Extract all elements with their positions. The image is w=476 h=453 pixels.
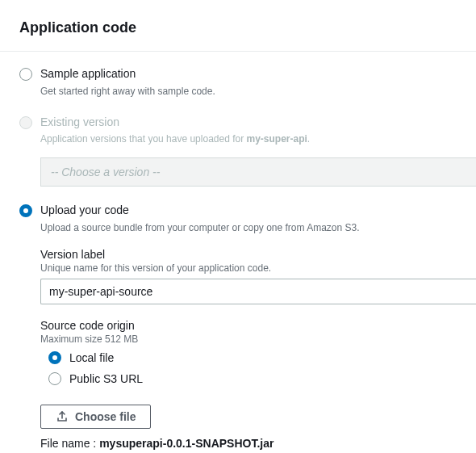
divider	[0, 51, 476, 52]
upload-label: Upload your code	[40, 203, 457, 219]
option-sample-application[interactable]: Sample application Get started right awa…	[19, 66, 457, 99]
choose-file-label: Choose file	[75, 410, 136, 423]
existing-desc: Application versions that you have uploa…	[40, 132, 457, 146]
section-title: Application code	[19, 19, 457, 36]
origin-desc: Maximum size 512 MB	[40, 333, 457, 345]
public-s3-label: Public S3 URL	[69, 372, 143, 385]
sample-desc: Get started right away with sample code.	[40, 84, 457, 99]
local-file-label: Local file	[69, 351, 114, 364]
version-label-desc: Unique name for this version of your app…	[40, 262, 457, 274]
origin-title: Source code origin	[40, 319, 457, 332]
radio-local-file[interactable]	[48, 351, 61, 364]
radio-public-s3[interactable]	[48, 372, 61, 385]
file-name-display: File name : mysuperapi-0.0.1-SNAPSHOT.ja…	[40, 437, 457, 450]
origin-public-s3[interactable]: Public S3 URL	[48, 372, 457, 385]
upload-icon	[56, 410, 69, 423]
option-upload-code[interactable]: Upload your code Upload a source bundle …	[19, 203, 457, 453]
origin-local-file[interactable]: Local file	[48, 351, 457, 364]
version-dropdown: -- Choose a version --	[40, 157, 476, 187]
radio-existing	[19, 116, 32, 129]
upload-desc: Upload a source bundle from your compute…	[40, 220, 457, 235]
choose-file-button[interactable]: Choose file	[40, 405, 151, 429]
version-label-title: Version label	[40, 248, 457, 261]
sample-label: Sample application	[40, 66, 457, 82]
radio-upload[interactable]	[19, 204, 32, 217]
option-existing-version: Existing version Application versions th…	[19, 115, 457, 187]
existing-label: Existing version	[40, 115, 457, 131]
version-label-input[interactable]	[40, 279, 476, 304]
radio-sample[interactable]	[19, 68, 32, 81]
